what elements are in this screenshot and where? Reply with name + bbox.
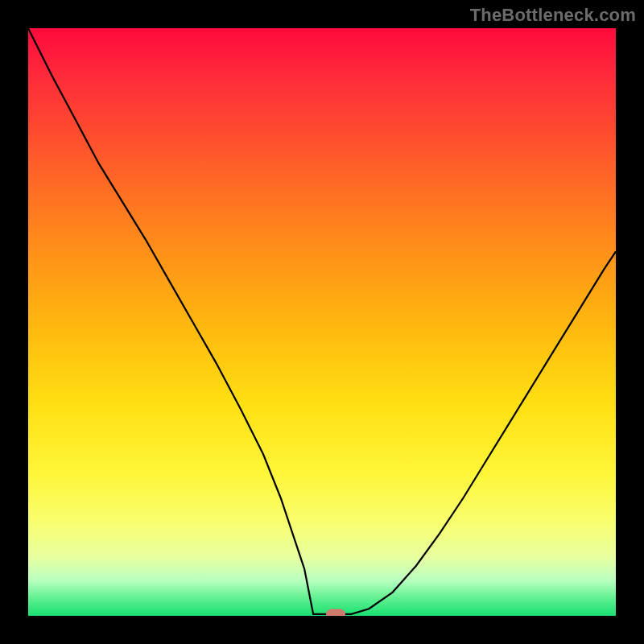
chart-frame: TheBottleneck.com — [0, 0, 644, 644]
bottleneck-curve — [28, 28, 616, 616]
optimum-marker — [326, 609, 345, 616]
plot-area — [28, 28, 616, 616]
watermark-text: TheBottleneck.com — [470, 5, 636, 26]
